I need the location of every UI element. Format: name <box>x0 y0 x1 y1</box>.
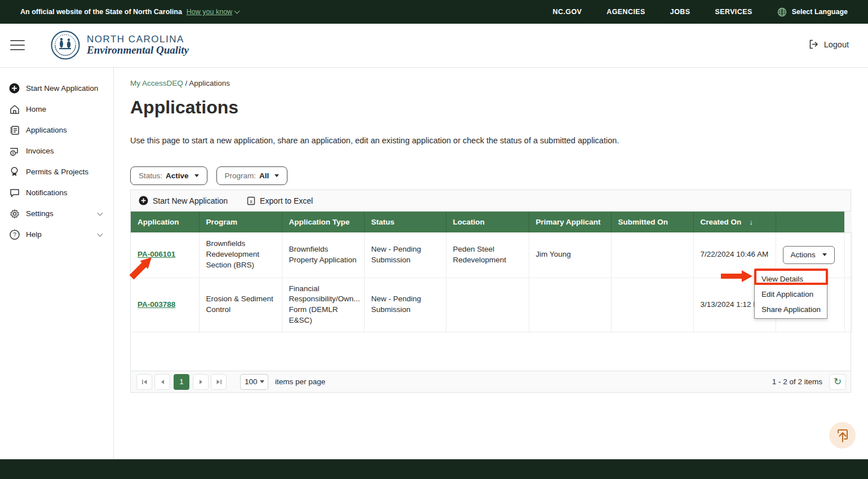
cell-program: Brownfields Redevelopment Section (BRS) <box>199 232 282 278</box>
cell-location <box>446 278 529 332</box>
actions-label: Actions <box>791 251 816 259</box>
application-link-pa-006101[interactable]: PA-006101 <box>138 250 175 258</box>
logout-icon <box>809 39 820 49</box>
pager-last-page-button[interactable] <box>211 374 227 390</box>
breadcrumb-current: Applications <box>189 79 230 87</box>
next-page-icon <box>199 379 203 385</box>
menu-item-edit-application[interactable]: Edit Application <box>755 287 827 302</box>
pager-previous-page-button[interactable] <box>154 374 170 390</box>
footer-bar <box>0 459 868 479</box>
pager-range-text: 1 - 2 of 2 items <box>772 377 822 386</box>
column-header-program[interactable]: Program <box>199 212 282 232</box>
sidebar-item-label: Applications <box>26 126 67 134</box>
table-header-row: Application Program Application Type Sta… <box>131 212 852 232</box>
status-filter-label: Status: <box>139 172 162 180</box>
sidebar-nav: Start New Application Home Applications … <box>0 68 114 459</box>
menu-item-share-application[interactable]: Share Application <box>755 302 827 317</box>
export-to-excel-button[interactable]: x Export to Excel <box>247 196 313 205</box>
scrollbar-spacer <box>844 278 852 332</box>
sidebar-item-label: Start New Application <box>26 84 98 93</box>
pager-page-1[interactable]: 1 <box>174 374 189 390</box>
government-topbar: An official website of the State of Nort… <box>0 0 868 24</box>
pager-refresh-button[interactable]: ↻ <box>829 374 846 390</box>
column-header-created-on[interactable]: Created On↓ <box>693 212 776 232</box>
breadcrumb-my-accessdeq[interactable]: My AccessDEQ <box>130 79 183 87</box>
column-header-status[interactable]: Status <box>364 212 446 232</box>
how-you-know-link[interactable]: How you know <box>187 8 239 16</box>
page-description: Use this page to start a new application… <box>130 136 619 145</box>
chevron-down-icon <box>98 210 103 216</box>
sidebar-item-label: Settings <box>26 209 54 218</box>
svg-text:x: x <box>250 198 253 204</box>
table-row: PA-006101 Brownfields Redevelopment Sect… <box>131 232 852 278</box>
svg-text:?: ? <box>13 231 16 238</box>
pager-next-page-button[interactable] <box>193 374 209 390</box>
applications-grid: Start New Application x Export to Excel … <box>130 190 851 393</box>
column-header-location[interactable]: Location <box>446 212 529 232</box>
grid-toolbar: Start New Application x Export to Excel <box>131 190 851 212</box>
last-page-icon <box>216 379 222 385</box>
scrollbar-spacer <box>844 232 852 278</box>
cell-status: New - Pending Submission <box>364 278 446 332</box>
start-new-application-button[interactable]: Start New Application <box>139 196 228 205</box>
topbar-link-ncgov[interactable]: NC.GOV <box>553 8 582 16</box>
sidebar-item-invoices[interactable]: $ Invoices <box>0 140 113 161</box>
created-on-label: Created On <box>701 218 742 226</box>
pager-first-page-button[interactable] <box>136 374 152 390</box>
cell-primary-applicant: Jim Young <box>529 232 611 278</box>
nc-state-seal-icon <box>51 30 80 60</box>
applications-table: Application Program Application Type Sta… <box>131 212 852 332</box>
column-header-application[interactable]: Application <box>131 212 199 232</box>
sidebar-item-help[interactable]: ? Help <box>0 224 113 245</box>
chevron-down-icon <box>234 8 240 14</box>
sidebar-item-label: Invoices <box>26 147 54 155</box>
grid-pager: 1 100 items per page 1 - 2 of 2 items ↻ <box>131 371 851 392</box>
sidebar-item-start-new-application[interactable]: Start New Application <box>0 78 113 99</box>
select-language-button[interactable]: Select Language <box>777 7 848 17</box>
cell-primary-applicant <box>529 278 611 332</box>
cell-program: Erosion & Sediment Control <box>199 278 282 332</box>
topbar-link-services[interactable]: SERVICES <box>715 8 752 16</box>
sidebar-item-home[interactable]: Home <box>0 99 113 120</box>
sidebar-item-settings[interactable]: Settings <box>0 203 113 224</box>
page-title: Applications <box>130 97 238 118</box>
scroll-to-top-button[interactable] <box>829 422 856 449</box>
how-you-know-label: How you know <box>187 8 232 16</box>
column-header-application-type[interactable]: Application Type <box>282 212 364 232</box>
sidebar-item-permits-projects[interactable]: Permits & Projects <box>0 161 113 182</box>
page-size-select[interactable]: 100 <box>240 374 268 390</box>
program-filter-label: Program: <box>225 172 256 180</box>
topbar-link-jobs[interactable]: JOBS <box>670 8 690 16</box>
plus-circle-icon <box>9 83 20 94</box>
export-to-excel-label: Export to Excel <box>260 196 313 205</box>
refresh-icon: ↻ <box>834 376 842 388</box>
column-header-primary-applicant[interactable]: Primary Applicant <box>529 212 611 232</box>
menu-item-view-details[interactable]: View Details <box>755 271 827 287</box>
excel-file-icon: x <box>247 196 255 205</box>
official-website-text: An official website of the State of Nort… <box>20 8 182 16</box>
actions-context-menu: View Details Edit Application Share Appl… <box>754 270 827 319</box>
program-filter-dropdown[interactable]: Program: All <box>216 166 288 185</box>
cell-application-type: Brownfields Property Application <box>282 232 364 278</box>
actions-dropdown-button[interactable]: Actions <box>783 246 835 264</box>
page-size-value: 100 <box>245 377 258 386</box>
column-header-actions <box>776 212 844 232</box>
cell-submitted-on <box>611 232 693 278</box>
topbar-link-agencies[interactable]: AGENCIES <box>606 8 645 16</box>
hamburger-menu-button[interactable] <box>10 39 25 51</box>
caret-down-icon <box>822 253 827 256</box>
program-filter-value: All <box>259 172 269 180</box>
award-icon <box>9 166 20 177</box>
column-header-submitted-on[interactable]: Submitted On <box>611 212 693 232</box>
chevron-down-icon <box>98 231 103 236</box>
status-filter-dropdown[interactable]: Status: Active <box>130 166 207 185</box>
share-up-icon <box>835 428 850 443</box>
logout-button[interactable]: Logout <box>809 39 849 49</box>
application-link-pa-003788[interactable]: PA-003788 <box>138 300 175 309</box>
invoices-icon: $ <box>9 146 20 156</box>
deq-logo[interactable]: NORTH CAROLINA Environmental Quality <box>51 30 189 60</box>
sidebar-item-applications[interactable]: Applications <box>0 120 113 140</box>
breadcrumb: My AccessDEQ / Applications <box>130 79 230 87</box>
sidebar-item-notifications[interactable]: Notifications <box>0 182 113 203</box>
items-per-page-label: items per page <box>275 377 325 386</box>
